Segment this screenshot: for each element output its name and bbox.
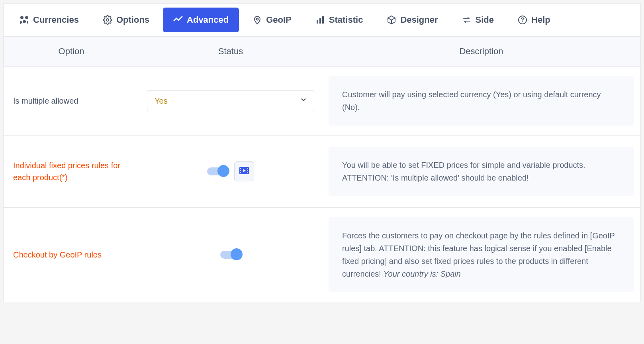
setting-row-multiple-allowed: Is multiple allowed Yes Customer will pa… bbox=[4, 67, 640, 136]
tab-advanced[interactable]: Advanced bbox=[163, 8, 239, 32]
option-label: Checkout by GeoIP rules bbox=[4, 225, 139, 285]
tab-designer[interactable]: Designer bbox=[376, 8, 448, 32]
tab-help[interactable]: Help bbox=[507, 8, 561, 32]
option-label: Individual fixed prices rules for each p… bbox=[4, 136, 139, 207]
toggle-knob bbox=[217, 165, 229, 177]
tab-label: Currencies bbox=[33, 15, 79, 25]
column-header-option: Option bbox=[4, 37, 139, 66]
tab-label: Side bbox=[476, 15, 494, 25]
location-pin-icon bbox=[253, 15, 262, 25]
svg-rect-9 bbox=[240, 170, 241, 171]
column-header-status: Status bbox=[139, 37, 322, 66]
checkout-geoip-toggle[interactable] bbox=[220, 251, 241, 259]
video-help-button[interactable] bbox=[234, 161, 254, 181]
tab-label: Statistic bbox=[329, 15, 363, 25]
description-text: You will be able to set FIXED prices for… bbox=[329, 147, 634, 196]
option-label: Is multiple allowed bbox=[4, 71, 139, 131]
video-icon bbox=[239, 167, 249, 176]
gear-icon bbox=[103, 15, 112, 25]
description-emphasis: Your country is: Spain bbox=[383, 269, 461, 278]
cubes-icon bbox=[20, 15, 29, 25]
description-cell: Forces the customers to pay on checkout … bbox=[322, 208, 640, 302]
column-headers: Option Status Description bbox=[4, 37, 640, 67]
tab-label: Advanced bbox=[187, 15, 229, 25]
tab-bar: Currencies Options Advanced GeoIP Statis… bbox=[4, 4, 640, 37]
settings-panel: Currencies Options Advanced GeoIP Statis… bbox=[3, 3, 641, 302]
description-cell: You will be able to set FIXED prices for… bbox=[322, 137, 640, 206]
svg-rect-4 bbox=[322, 16, 324, 24]
svg-rect-10 bbox=[240, 172, 241, 173]
bar-chart-icon bbox=[315, 15, 325, 25]
status-cell bbox=[139, 241, 322, 268]
svg-rect-11 bbox=[247, 168, 248, 169]
multiple-allowed-select[interactable]: Yes bbox=[147, 90, 314, 111]
description-cell: Customer will pay using selected currenc… bbox=[322, 67, 640, 135]
svg-rect-12 bbox=[247, 170, 248, 171]
svg-point-0 bbox=[106, 19, 109, 21]
svg-rect-8 bbox=[240, 168, 241, 169]
svg-point-1 bbox=[256, 18, 258, 20]
box-icon bbox=[387, 15, 396, 25]
svg-rect-2 bbox=[317, 20, 318, 24]
description-text: Forces the customers to pay on checkout … bbox=[329, 217, 634, 292]
column-header-description: Description bbox=[322, 37, 640, 66]
tab-options[interactable]: Options bbox=[92, 8, 160, 32]
tab-statistic[interactable]: Statistic bbox=[305, 8, 374, 32]
tab-currencies[interactable]: Currencies bbox=[9, 8, 89, 32]
tab-label: GeoIP bbox=[266, 15, 292, 25]
setting-row-fixed-prices: Individual fixed prices rules for each p… bbox=[4, 136, 640, 208]
tab-label: Help bbox=[531, 15, 550, 25]
svg-rect-13 bbox=[247, 172, 248, 173]
fixed-prices-toggle[interactable] bbox=[207, 167, 228, 175]
status-cell bbox=[139, 152, 322, 191]
multiple-allowed-select-wrap: Yes bbox=[147, 90, 314, 111]
tab-label: Options bbox=[116, 15, 149, 25]
svg-point-6 bbox=[522, 22, 523, 22]
chart-line-icon bbox=[173, 15, 183, 25]
svg-rect-3 bbox=[319, 18, 321, 24]
tab-geoip[interactable]: GeoIP bbox=[242, 8, 302, 32]
toggle-knob bbox=[231, 248, 243, 260]
description-text: Customer will pay using selected currenc… bbox=[329, 76, 634, 126]
setting-row-checkout-geoip: Checkout by GeoIP rules Forces the custo… bbox=[4, 208, 640, 302]
swap-arrows-icon bbox=[462, 15, 472, 25]
tab-label: Designer bbox=[400, 15, 438, 25]
tab-side[interactable]: Side bbox=[452, 8, 504, 32]
status-cell: Yes bbox=[139, 81, 322, 121]
help-icon bbox=[518, 15, 527, 25]
